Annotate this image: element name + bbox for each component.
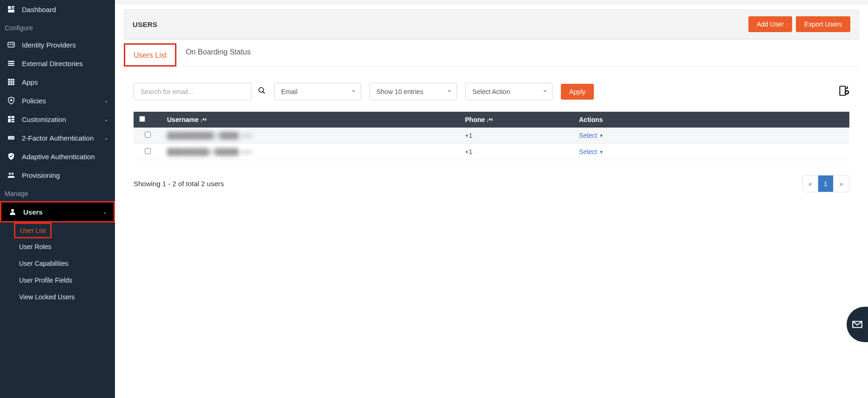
username-cell: █████████@█████.com <box>167 148 252 155</box>
user-icon <box>8 208 17 216</box>
row-checkbox[interactable] <box>145 148 151 154</box>
apply-button[interactable]: Apply <box>561 84 594 100</box>
page-next[interactable]: » <box>834 175 849 192</box>
sidebar-sub-user-list[interactable]: User List <box>14 223 52 238</box>
page-number[interactable]: 1 <box>818 175 834 192</box>
sidebar-item-external-directories[interactable]: External Directories <box>0 54 115 73</box>
svg-rect-10 <box>8 65 14 66</box>
svg-point-31 <box>259 88 263 92</box>
sidebar-item-label: Customization <box>22 115 66 123</box>
sidebar-section-configure: Configure <box>0 19 115 35</box>
svg-text:123: 123 <box>9 136 14 139</box>
sort-icon: ↓ᴬᶻ <box>200 117 207 123</box>
svg-point-28 <box>9 173 11 175</box>
svg-rect-7 <box>12 45 14 45</box>
sidebar-item-label: 2-Factor Authentication <box>22 134 94 142</box>
table-footer: Showing 1 - 2 of total 2 users « 1 » <box>115 169 868 211</box>
svg-rect-19 <box>13 83 14 85</box>
select-all-checkbox[interactable] <box>139 116 145 122</box>
keypad-icon: 123 <box>7 134 15 142</box>
sidebar-item-users[interactable]: Users ⌄ <box>0 201 115 223</box>
svg-point-20 <box>10 99 13 101</box>
svg-rect-23 <box>8 119 11 122</box>
row-checkbox[interactable] <box>145 132 151 138</box>
svg-rect-9 <box>8 63 14 64</box>
bulk-add-icon[interactable] <box>837 85 849 99</box>
sidebar-item-policies[interactable]: Policies ⌄ <box>0 91 115 110</box>
page-title: USERS <box>133 20 157 28</box>
sidebar-item-2fa[interactable]: 123 2-Factor Authentication ⌄ <box>0 128 115 147</box>
svg-rect-25 <box>12 121 14 122</box>
svg-point-5 <box>9 44 11 45</box>
search-wrap <box>134 83 266 100</box>
sidebar-item-adaptive-auth[interactable]: Adaptive Authentication <box>0 147 115 166</box>
svg-rect-6 <box>12 44 14 44</box>
list-icon <box>7 59 15 67</box>
shield-dot-icon <box>7 96 15 105</box>
caret-down-icon: ▼ <box>599 149 604 155</box>
row-action-select[interactable]: Select ▼ <box>579 148 604 155</box>
sidebar-sub-view-locked-users[interactable]: View Locked Users <box>0 289 115 305</box>
filter-field-select[interactable]: Email <box>274 83 361 100</box>
users-card: USERS Add User Export Users <box>124 9 859 40</box>
caret-down-icon: ▼ <box>599 133 604 138</box>
svg-rect-0 <box>8 6 11 9</box>
sidebar-sub-user-capabilities[interactable]: User Capabilities <box>0 255 115 272</box>
svg-rect-11 <box>8 79 10 81</box>
chevron-down-icon: ⌄ <box>103 209 107 215</box>
svg-rect-14 <box>8 81 10 83</box>
svg-rect-13 <box>13 79 14 81</box>
svg-rect-16 <box>13 81 14 83</box>
export-users-button[interactable]: Export Users <box>796 16 850 32</box>
apps-grid-icon <box>7 78 15 86</box>
sidebar-item-apps[interactable]: Apps <box>0 73 115 91</box>
sidebar-item-label: Users <box>23 208 43 216</box>
row-action-select[interactable]: Select ▼ <box>579 132 604 139</box>
sidebar-sub-user-profile-fields[interactable]: User Profile Fields <box>0 272 115 289</box>
sidebar-item-identity-providers[interactable]: Identity Providers <box>0 35 115 54</box>
svg-rect-24 <box>12 119 14 120</box>
page-prev[interactable]: « <box>803 175 818 192</box>
sidebar-item-dashboard[interactable]: Dashboard <box>0 0 115 19</box>
svg-rect-21 <box>8 116 11 118</box>
col-header-phone[interactable]: Phone↓ᴬᶻ <box>459 112 573 128</box>
svg-rect-12 <box>10 79 12 81</box>
sidebar-sub-user-roles[interactable]: User Roles <box>0 238 115 255</box>
tabs: Users List On Boarding Status <box>124 40 859 67</box>
col-header-checkbox <box>134 112 161 128</box>
svg-rect-17 <box>8 83 10 85</box>
header-actions: Add User Export Users <box>748 16 850 32</box>
bulk-action-select[interactable]: Select Action <box>465 83 552 100</box>
tab-users-list[interactable]: Users List <box>124 43 176 67</box>
sort-icon: ↓ᴬᶻ <box>486 117 493 123</box>
svg-rect-33 <box>840 86 845 95</box>
svg-rect-2 <box>12 8 14 9</box>
tab-onboarding-status[interactable]: On Boarding Status <box>176 40 260 66</box>
search-input[interactable] <box>134 83 251 100</box>
svg-line-32 <box>263 92 265 94</box>
sidebar-item-label: Identity Providers <box>22 41 76 49</box>
sidebar-item-customization[interactable]: Customization ⌄ <box>0 110 115 128</box>
shield-check-icon <box>7 152 15 161</box>
phone-cell: +1 <box>459 144 573 160</box>
phone-cell: +1 <box>459 128 573 144</box>
sidebar-item-provisioning[interactable]: Provisioning <box>0 166 115 184</box>
users-cog-icon <box>7 171 15 179</box>
svg-point-30 <box>11 209 14 212</box>
sidebar-item-label: Provisioning <box>22 171 60 179</box>
svg-rect-8 <box>8 61 14 62</box>
search-icon[interactable] <box>258 87 266 96</box>
add-user-button[interactable]: Add User <box>748 16 792 32</box>
sidebar-item-label: Policies <box>22 97 46 105</box>
username-cell: ██████████@████.com <box>167 132 252 139</box>
pagination: « 1 » <box>802 175 849 192</box>
chevron-down-icon: ⌄ <box>104 98 108 103</box>
showing-text: Showing 1 - 2 of total 2 users <box>134 180 224 188</box>
users-table: Username↓ᴬᶻ Phone↓ᴬᶻ Actions ██████████@… <box>134 112 849 160</box>
svg-point-29 <box>12 173 14 175</box>
svg-rect-22 <box>12 116 14 118</box>
card-header: USERS Add User Export Users <box>124 10 859 39</box>
sidebar-item-label: Adaptive Authentication <box>22 153 95 161</box>
entries-select[interactable]: Show 10 entries <box>370 83 457 100</box>
col-header-username[interactable]: Username↓ᴬᶻ <box>161 112 459 128</box>
